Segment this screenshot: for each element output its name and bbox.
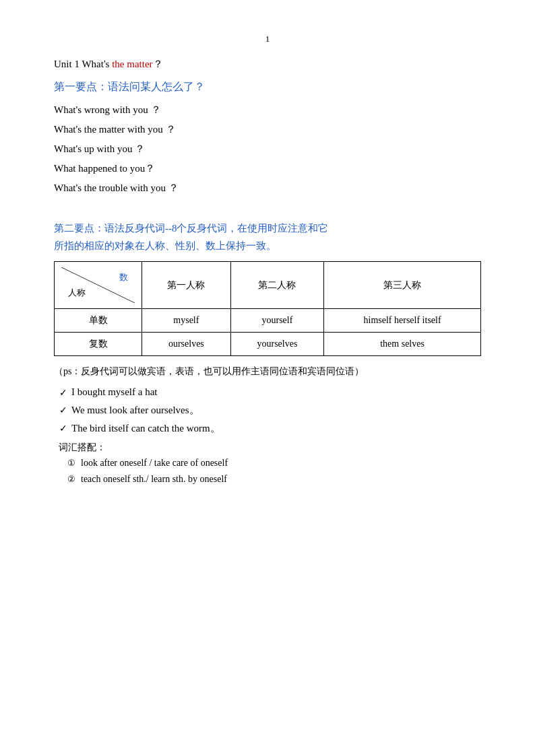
cell-themselves: them selves — [324, 333, 481, 356]
phrase-5: What's the trouble with you ？ — [54, 182, 481, 195]
check-item-3: ✓ The bird itself can catch the worm。 — [54, 422, 481, 435]
col-header-3: 第三人称 — [324, 262, 481, 309]
circle-num-2: ② — [67, 474, 75, 485]
diagonal-top-label: 数 — [119, 271, 128, 283]
check-mark-1: ✓ — [59, 387, 67, 399]
row-label-singular: 单数 — [55, 309, 142, 333]
check-mark-3: ✓ — [59, 423, 67, 434]
cell-himself-herself-itself: himself herself itself — [324, 309, 481, 333]
cell-myself: myself — [142, 309, 231, 333]
page: 1 Unit 1 What's the matter？ 第一要点：语法问某人怎么… — [0, 0, 535, 756]
check-item-1: ✓ I bought myself a hat — [54, 386, 481, 399]
row-label-plural: 复数 — [55, 333, 142, 356]
section2-title: 第二要点：语法反身代词--8个反身代词，在使用时应注意和它 所指的相应的对象在人… — [54, 220, 481, 254]
vocab-text-2: teach oneself sth./ learn sth. by onesel… — [81, 474, 227, 485]
unit-title: Unit 1 What's the matter？ — [54, 58, 481, 71]
col-header-2: 第二人称 — [230, 262, 323, 309]
section1-title: 第一要点：语法问某人怎么了？ — [54, 80, 481, 94]
table-row: 复数 ourselves yourselves them selves — [55, 333, 481, 356]
cell-yourself: yourself — [230, 309, 323, 333]
phrase-1: What's wrong with you ？ — [54, 104, 481, 116]
circle-num-1: ① — [67, 458, 75, 469]
phrase-3: What's up with you ？ — [54, 143, 481, 156]
vocab-item-1: ① look after oneself / take care of ones… — [54, 458, 481, 469]
vocab-text-1: look after oneself / take care of onesel… — [81, 458, 228, 469]
ps-note: （ps：反身代词可以做宾语，表语，也可以用作主语同位语和宾语同位语） — [54, 363, 481, 380]
table-row: 单数 myself yourself himself herself itsel… — [55, 309, 481, 333]
vocab-item-2: ② teach oneself sth./ learn sth. by ones… — [54, 474, 481, 485]
cell-ourselves: ourselves — [142, 333, 231, 356]
unit-title-red: the matter — [112, 59, 152, 69]
check-item-2: ✓ We must look after ourselves。 — [54, 404, 481, 417]
cell-yourselves: yourselves — [230, 333, 323, 356]
page-number: 1 — [54, 34, 481, 44]
vocab-title: 词汇搭配： — [54, 442, 481, 454]
phrase-4: What happened to you？ — [54, 162, 481, 175]
col-header-1: 第一人称 — [142, 262, 231, 309]
diagonal-bottom-label: 人称 — [68, 287, 86, 299]
table-diagonal-cell: 数 人称 — [55, 262, 142, 309]
reflexive-pronoun-table: 数 人称 第一人称 第二人称 第三人称 单数 myself yourself h… — [54, 261, 481, 356]
check-mark-2: ✓ — [59, 405, 67, 416]
phrase-2: What's the matter with you ？ — [54, 123, 481, 136]
